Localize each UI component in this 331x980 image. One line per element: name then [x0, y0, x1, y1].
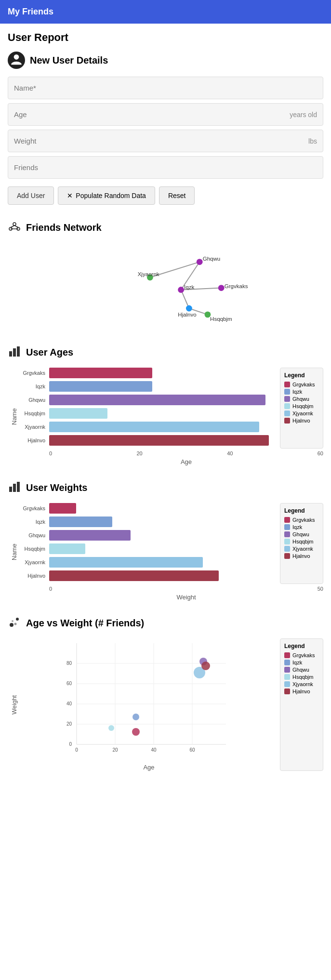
list-item: Hsqqbjm [284, 674, 319, 680]
svg-text:Iqzk: Iqzk [184, 284, 194, 290]
reset-button[interactable]: Reset [159, 186, 195, 205]
svg-rect-25 [13, 348, 16, 357]
svg-text:40: 40 [66, 701, 72, 706]
user-ages-section: User Ages Name Grgvkaks Iqzk Ghqwu [8, 344, 323, 465]
populate-button[interactable]: ✕ Populate Random Data [58, 186, 155, 205]
new-user-header: New User Details [8, 52, 323, 69]
network-svg: Ghqwu Xjyaornk Iqzk Grgvkaks Hjalnvo Hsq… [8, 243, 323, 330]
list-item: Hsqqbjm [284, 403, 319, 409]
list-item: Ghqwu [284, 396, 319, 402]
list-item: Iqzk [284, 389, 319, 395]
list-item: Iqzk [284, 524, 319, 530]
svg-point-53 [132, 728, 140, 736]
new-user-title: New User Details [30, 55, 108, 66]
weight-field-wrapper: lbs [8, 130, 323, 152]
scatter-svg: 0 20 40 60 80 0 20 40 60 [23, 638, 275, 764]
ages-y-label: Name [8, 368, 18, 465]
svg-line-5 [14, 225, 18, 227]
ages-bar-chart: Name Grgvkaks Iqzk Ghqwu Hsqqbjm [8, 368, 323, 465]
scatter-header: Age vs Weight (# Friends) [8, 615, 323, 631]
svg-text:40: 40 [151, 747, 157, 753]
new-user-section: New User Details years old lbs Add User … [8, 52, 323, 205]
age-input[interactable] [8, 104, 323, 125]
list-item: Hjalnvo [284, 553, 319, 559]
svg-text:Xjyaornk: Xjyaornk [138, 271, 159, 277]
table-row: Xjyaornk [18, 557, 275, 568]
scatter-title: Age vs Weight (# Friends) [26, 618, 144, 629]
svg-point-54 [132, 714, 139, 720]
name-field-wrapper [8, 77, 323, 99]
list-item: Grgvkaks [284, 517, 319, 523]
list-item: Xjyaornk [284, 681, 319, 687]
person-icon [8, 52, 25, 69]
list-item: Xjyaornk [284, 411, 319, 416]
svg-point-56 [108, 725, 114, 731]
svg-point-20 [186, 305, 192, 312]
table-row: Grgvkaks [18, 503, 275, 514]
scatter-x-label: Age [23, 764, 275, 771]
svg-text:20: 20 [66, 721, 72, 727]
network-icon [8, 219, 21, 236]
svg-text:Hjalnvo: Hjalnvo [178, 312, 197, 318]
weights-y-label: Name [8, 503, 18, 601]
svg-point-31 [16, 618, 19, 621]
table-row: Hjalnvo [18, 570, 275, 581]
svg-point-0 [14, 54, 19, 60]
bar-chart-icon [8, 344, 21, 360]
friends-input[interactable] [8, 157, 323, 178]
svg-rect-27 [9, 487, 12, 492]
svg-line-4 [11, 225, 14, 227]
user-weights-section: User Weights Name Grgvkaks Iqzk Ghqwu [8, 480, 323, 601]
svg-text:0: 0 [75, 747, 78, 753]
svg-point-12 [197, 259, 203, 265]
list-item: Ghqwu [284, 667, 319, 673]
app-title: My Friends [8, 7, 53, 16]
svg-rect-28 [13, 484, 16, 492]
svg-rect-26 [17, 346, 20, 357]
user-weights-title: User Weights [26, 482, 87, 493]
table-row: Iqzk [18, 381, 275, 392]
scatter-icon [8, 615, 21, 631]
weights-x-label: Weight [49, 594, 323, 601]
svg-point-30 [10, 623, 13, 627]
table-row: Hsqqbjm [18, 543, 275, 554]
scatter-y-label: Weight [8, 638, 18, 771]
svg-text:20: 20 [112, 747, 118, 753]
scatter-section: Age vs Weight (# Friends) Weight 0 20 40… [8, 615, 323, 771]
weight-suffix: lbs [308, 137, 317, 145]
weight-chart-icon [8, 480, 21, 495]
svg-point-58 [201, 662, 210, 670]
table-row: Xjyaornk [18, 422, 275, 432]
svg-point-16 [178, 287, 184, 293]
weights-x-ticks: 050 [49, 584, 323, 592]
svg-point-18 [218, 285, 225, 291]
ages-x-ticks: 0204060 [49, 449, 323, 456]
svg-text:0: 0 [69, 742, 72, 747]
add-user-button[interactable]: Add User [8, 186, 54, 205]
svg-point-33 [12, 620, 13, 622]
friends-field-wrapper [8, 156, 323, 179]
friends-network-section: Friends Network Ghqwu Xjyaornk Iqzk Grgv… [8, 219, 323, 330]
svg-point-32 [14, 623, 17, 625]
weights-bar-chart: Name Grgvkaks Iqzk Ghqwu Hsqqbjm [8, 503, 323, 601]
svg-text:Hsqqbjm: Hsqqbjm [210, 316, 232, 322]
scatter-legend: Legend GrgvkaksIqzkGhqwuHsqqbjmXjyaornkH… [280, 638, 323, 771]
name-input[interactable] [8, 77, 323, 99]
svg-point-1 [13, 223, 16, 225]
age-field-wrapper: years old [8, 103, 323, 126]
x-icon: ✕ [67, 192, 73, 199]
table-row: Ghqwu [18, 530, 275, 541]
weights-legend: Legend GrgvkaksIqzkGhqwuHsqqbjmXjyaornkH… [280, 503, 323, 584]
list-item: Grgvkaks [284, 652, 319, 658]
svg-text:80: 80 [66, 661, 72, 666]
friends-network-header: Friends Network [8, 219, 323, 236]
table-row: Hjalnvo [18, 435, 275, 446]
svg-rect-29 [17, 482, 20, 492]
weight-input[interactable] [8, 130, 323, 152]
list-item: Hsqqbjm [284, 539, 319, 544]
table-row: Hsqqbjm [18, 408, 275, 419]
user-weights-header: User Weights [8, 480, 323, 495]
list-item: Grgvkaks [284, 382, 319, 387]
list-item: Iqzk [284, 660, 319, 665]
action-buttons: Add User ✕ Populate Random Data Reset [8, 186, 323, 205]
